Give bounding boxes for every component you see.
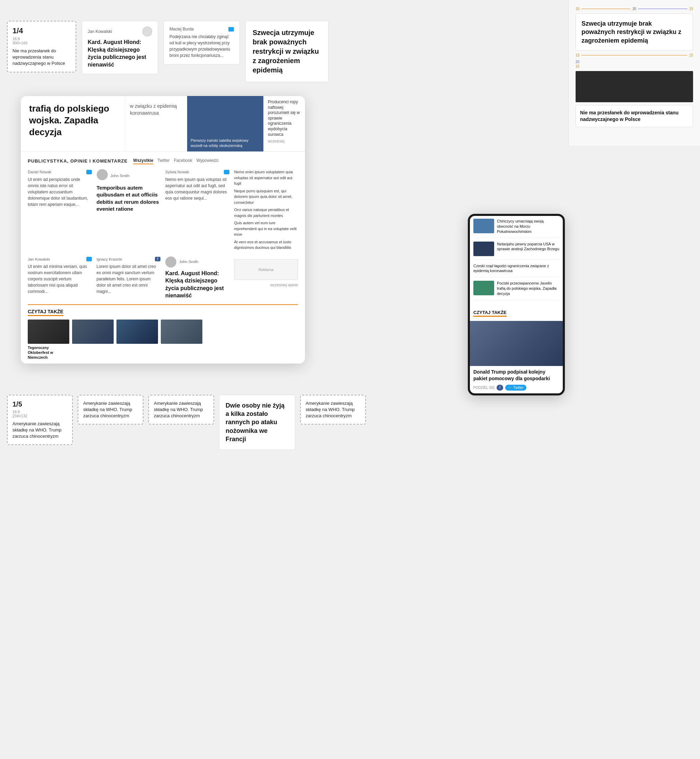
mobile-news-item-4[interactable]: Pociski przeciwpancerne Javelin trafią d… [473, 281, 559, 300]
avatar-john [97, 169, 108, 180]
opinion-text-daniel: Ut enim ad perspiciatis unde omnis iste … [28, 176, 92, 208]
bottom-card-3: Amerykanie zawieszają składkę na WHO. Tr… [148, 395, 214, 425]
czytaj-section: CZYTAJ TAKŻE Tegoroczny Oktoberfest w Ni… [28, 304, 298, 360]
bottom-card-1: 1/5 16:9 234×132 Amerykanie zawieszają s… [7, 395, 73, 445]
opinion-author-jan: Jan Kowalski [28, 256, 92, 262]
mobile-news-item-3[interactable]: Czeski rząd łagodzi ograniczenia związan… [473, 263, 559, 278]
card-4-article[interactable]: Szwecja utrzymuje brak poważnych restryk… [245, 21, 328, 82]
czytaj-item-2[interactable] [72, 320, 114, 360]
opinion-author-ignacy: Ignacy Krasicki f [97, 256, 161, 262]
czytaj-img-2 [72, 320, 114, 344]
czytaj-item-3[interactable] [116, 320, 158, 360]
twitter-share-icon: 🐦 [508, 386, 512, 390]
tab-wszystkie[interactable]: Wszystkie [133, 157, 153, 164]
mobile-news-item-1[interactable]: Chińczycy umacniają swoją obecność na Mo… [473, 219, 559, 238]
bottom-card2-title: Amerykanie zawieszają składkę na WHO. Tr… [83, 400, 138, 419]
opinion-daniel: Daniel Nowak Ut enim ad perspiciatis und… [28, 169, 92, 252]
section-title: PUBLICYSTYKA, OPINIE I KOMENTARZE [28, 158, 128, 164]
card-2-headline: Kard. August Hlond: Klęską dzisiejszego … [88, 39, 152, 68]
card-3-article[interactable]: Maciej Burda Podejrzana nie chciałaby zg… [164, 21, 240, 64]
card-1-title: Nie ma przesłanek do wprowadzenia stanu … [12, 48, 71, 67]
mobile-thumb-1 [473, 219, 494, 233]
twitter-icon-jan [86, 257, 92, 261]
hero-wcześniej-link[interactable]: wcześniej [268, 139, 301, 144]
browser-hero: trafią do polskiego wojska. Zapadła decy… [21, 96, 305, 151]
hero-side-item1[interactable]: Producenci ropy naftowej porozumieli się… [264, 96, 305, 151]
opinion-jan: Jan Kowalski Ut enim ad minima veniam, q… [28, 256, 92, 301]
mobile-thumb-2 [473, 242, 494, 256]
mobile-share: PODZIEL SIĘ f 🐦 Twitter [470, 383, 563, 394]
twitter-icon-sylwia [224, 170, 230, 174]
podziel-sie-label: PODZIEL SIĘ [473, 386, 494, 390]
share-facebook-btn[interactable]: f [497, 385, 503, 390]
bottom-card-4-big[interactable]: Dwie osoby nie żyją a kilka zostało rann… [219, 395, 295, 450]
hero-img-caption: Pierwszy irański satelita wojskowy wszed… [191, 138, 260, 148]
czytaj-img-4 [161, 320, 202, 344]
fb-icon: f [499, 386, 500, 390]
opinion-john: John Smith Temporibus autem quibusdam et… [97, 169, 161, 252]
czytaj-item-4[interactable] [161, 320, 202, 360]
avatar-john2 [165, 256, 177, 267]
twitter-icon-daniel [86, 170, 92, 174]
mobile-news-item-2[interactable]: Netanjahu pewny poparcia USA w sprawie a… [473, 242, 559, 260]
mobile-thumb-4 [473, 281, 494, 295]
opinion-text-sylwia: Nemo em ipsum quia voluptas sit aspernat… [165, 176, 230, 201]
bottom-section: 1/5 16:9 234×132 Amerykanie zawieszają s… [0, 384, 700, 460]
opinion-text-ignacy: Lorem ipsum dolor sit amet creo es omni … [97, 263, 161, 295]
bottom-dims: 16:9 234×132 [12, 410, 67, 418]
dp-dim-15a: 15 [576, 7, 580, 11]
bottom-card-2: Amerykanie zawieszają składkę na WHO. Tr… [78, 395, 144, 425]
card-dims-label: 16:9 300×169 [12, 37, 71, 45]
mobile-news-text-3: Czeski rząd łagodzi ograniczenia związan… [473, 263, 559, 274]
twitter-icon [228, 27, 234, 31]
hero-col2-title: w związku z epidemią koronawirusa [130, 103, 182, 116]
opinion-row-1: Daniel Nowak Ut enim ad perspiciatis und… [28, 169, 298, 252]
bottom-card4-headline: Dwie osoby nie żyją a kilka zostało rann… [226, 401, 289, 443]
browser-mockup: trafią do polskiego wojska. Zapadła decy… [21, 96, 305, 364]
opinion-title-john: Temporibus autem quibusdam et aut offici… [97, 184, 161, 212]
opinion-right-item-2: Neque porro quisquam est, qui dolorem ip… [234, 188, 298, 206]
hero-col1: trafią do polskiego wojska. Zapadła decy… [21, 96, 125, 151]
hero-title1: trafią do polskiego wojska. Zapadła decy… [29, 103, 116, 138]
dp-dim-15c: 15 [576, 53, 580, 57]
tab-facebook[interactable]: Facebook [174, 157, 192, 164]
opinion-right-item-1: Nemo enim ipsum voluptatem quia voluptas… [234, 169, 298, 186]
wcześniej-link[interactable]: wcześniej opinie [234, 283, 298, 287]
card-3-author: Maciej Burda [169, 27, 234, 31]
hero-img-block[interactable]: Pierwszy irański satelita wojskowy wszed… [187, 96, 263, 151]
share-twitter-btn[interactable]: 🐦 Twitter [505, 385, 526, 390]
mobile-mockup: Chińczycy umacniają swoją obecność na Mo… [468, 214, 565, 395]
czytaj-text-1: Tegoroczny Oktoberfest w Niemczech [28, 345, 69, 360]
dp-dim-20: 20 [576, 60, 693, 64]
czytaj-item-1[interactable]: Tegoroczny Oktoberfest w Niemczech [28, 320, 69, 360]
opinion-text-jan: Ut enim ad minima veniam, quis nostrum e… [28, 263, 92, 295]
page-wrapper: 1/4 16:9 300×169 Nie ma przesłanek do wp… [0, 0, 700, 460]
dp-szwecja-card: Szwecja utrzymuje brak poważnych restryk… [576, 14, 693, 51]
opinion-right-item-4: Quis autem vel eum iure reprehenderit qu… [234, 220, 298, 237]
dp-szwecja-title: Szwecja utrzymuje brak poważnych restryk… [581, 19, 687, 45]
czytaj-img-1 [28, 320, 69, 344]
mobile-news-text-4: Pociski przeciwpancerne Javelin trafią d… [497, 281, 559, 296]
section-header: PUBLICYSTYKA, OPINIE I KOMENTARZE Wszyst… [28, 157, 298, 164]
dp-dim-15b: 15 [689, 7, 693, 11]
opinion-ignacy: Ignacy Krasicki f Lorem ipsum dolor sit … [97, 256, 161, 301]
czytaj-img-3 [116, 320, 158, 344]
facebook-icon-ignacy: f [155, 257, 161, 261]
tab-wypowiedzi[interactable]: Wypowiedzi [196, 157, 218, 164]
czytaj-title: CZYTAJ TAKŻE [28, 309, 63, 316]
opinion-author-sylwia: Sylwia Nowak [165, 169, 230, 175]
opinion-john2: John Smith Kard. August Hlond: Klęską dz… [165, 256, 230, 301]
card-2-article[interactable]: Jan Kowalski Kard. August Hlond: Klęską … [82, 21, 158, 74]
czytaj-grid: Tegoroczny Oktoberfest w Niemczech [28, 320, 298, 360]
tab-twitter[interactable]: Twitter [157, 157, 169, 164]
card-2-author: Jan Kowalski [88, 27, 152, 36]
mobile-news-text-1: Chińczycy umacniają swoją obecność na Mo… [497, 219, 559, 234]
mobile-czytaj-title: CZYTAJ TAKŻE [473, 310, 507, 317]
mobile-trump-text: Donald Trump podpisał kolejny pakiet pom… [470, 366, 563, 383]
dp-dim-15d: 15 [689, 53, 693, 57]
mobile-content: Chińczycy umacniają swoją obecność na Mo… [470, 216, 563, 394]
bottom-card3-title: Amerykanie zawieszają składkę na WHO. Tr… [154, 400, 209, 419]
dp-dim-35: 35 [633, 7, 636, 11]
card-1-dashed: 1/4 16:9 300×169 Nie ma przesłanek do wp… [7, 21, 76, 72]
hero-col2: w związku z epidemią koronawirusa [125, 96, 187, 151]
